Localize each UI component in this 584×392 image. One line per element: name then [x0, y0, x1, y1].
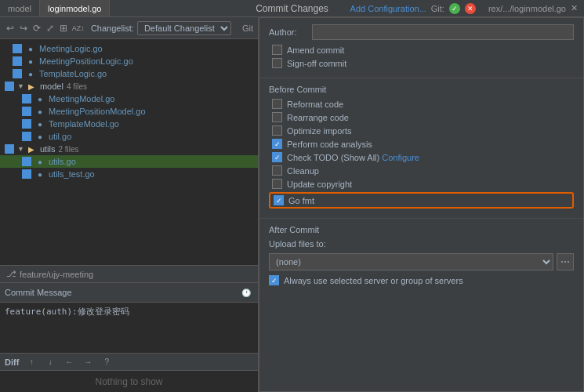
tab-model[interactable]: model: [0, 0, 40, 16]
diff-up-button[interactable]: ↑: [25, 356, 38, 368]
git-error-icon[interactable]: ✕: [465, 3, 476, 14]
list-item[interactable]: ● MeetingLogic.go: [0, 42, 258, 55]
configure-link[interactable]: Configure: [382, 153, 419, 162]
file-checkbox[interactable]: [13, 69, 22, 78]
upload-select[interactable]: (none): [269, 253, 553, 270]
update-copyright-checkbox[interactable]: [272, 179, 282, 189]
expand-icon: ▼: [17, 82, 24, 90]
folder-utils[interactable]: ▼ ▶ utils 2 files: [0, 143, 258, 155]
top-bar: model loginmodel.go Commit Changes Add C…: [0, 0, 584, 17]
add-configuration-link[interactable]: Add Configuration...: [350, 4, 426, 13]
file-checkbox[interactable]: [13, 44, 22, 53]
folder-icon: ▶: [26, 143, 37, 154]
diff-help-button[interactable]: ?: [100, 356, 113, 368]
top-tabs: model loginmodel.go: [0, 0, 110, 16]
before-commit-title: Before Commit: [269, 85, 574, 94]
author-input[interactable]: [312, 24, 574, 40]
check-todo-label: Check TODO (Show All): [287, 153, 382, 162]
folder-model[interactable]: ▼ ▶ model 4 files: [0, 80, 258, 93]
amend-checkbox[interactable]: [272, 45, 282, 55]
list-item[interactable]: ● TemplateLogic.go: [0, 67, 258, 80]
diff-left-button[interactable]: ←: [63, 356, 75, 368]
reformat-checkbox[interactable]: [272, 99, 282, 109]
go-file-icon: ●: [34, 93, 45, 104]
file-checkbox[interactable]: [22, 107, 31, 116]
file-checkbox[interactable]: [13, 56, 22, 66]
close-right-tab-icon[interactable]: ✕: [571, 3, 578, 13]
after-commit-title: After Commit: [269, 225, 574, 234]
file-label: MeetingPositionLogic.go: [39, 56, 133, 66]
cleanup-row: Cleanup: [269, 165, 574, 176]
refresh-button[interactable]: ⟳: [31, 21, 42, 35]
commit-section: Commit Message 🕐 feature(auth):修改登录密码: [0, 282, 258, 353]
list-item[interactable]: ● MeetingPositionLogic.go: [0, 55, 258, 67]
git-label: Git:: [431, 4, 444, 13]
main-layout: ↩ ↪ ⟳ ⤢ ⊞ AZ↕ Changelist: Default Change…: [0, 17, 584, 392]
diff-down-button[interactable]: ↓: [44, 356, 56, 368]
file-label: TemplateLogic.go: [39, 69, 107, 78]
go-file-icon: ●: [34, 118, 45, 129]
file-label: MeetingModel.go: [49, 94, 114, 103]
folder-label: model: [40, 82, 63, 91]
cleanup-label: Cleanup: [287, 166, 319, 176]
go-file-icon: ●: [25, 43, 36, 54]
file-checkbox[interactable]: [22, 169, 31, 179]
diff-header: Diff ↑ ↓ ← → ?: [0, 354, 258, 371]
check-todo-checkbox[interactable]: ✓: [272, 152, 282, 162]
changelist-select[interactable]: Default Changelist: [137, 21, 231, 35]
diff-title: Diff: [5, 358, 19, 367]
author-row: Author:: [269, 24, 574, 40]
folder-checkbox[interactable]: [5, 82, 14, 91]
file-checkbox[interactable]: [22, 132, 31, 141]
always-row: ✓ Always use selected server or group of…: [269, 275, 574, 285]
go-fmt-checkbox[interactable]: ✓: [274, 195, 284, 205]
file-checkbox[interactable]: [22, 119, 31, 129]
go-file-icon: ●: [25, 68, 36, 79]
list-item[interactable]: ● TemplateModel.go: [0, 118, 258, 130]
upload-row: Upload files to:: [269, 239, 574, 249]
always-label: Always use selected server or group of s…: [284, 276, 463, 285]
file-checkbox[interactable]: [22, 157, 31, 166]
expand-button[interactable]: ⤢: [45, 21, 56, 35]
go-file-icon: ●: [25, 56, 36, 67]
file-label: util.go: [49, 132, 71, 141]
rearrange-checkbox[interactable]: [272, 112, 282, 122]
list-item[interactable]: ● utils.go: [0, 155, 258, 168]
file-tree: ● MeetingLogic.go ● MeetingPositionLogic…: [0, 39, 258, 265]
update-copyright-label: Update copyright: [287, 180, 352, 189]
list-item[interactable]: ● utils_test.go: [0, 168, 258, 180]
group-button[interactable]: ⊞: [59, 21, 69, 35]
right-tab-label[interactable]: rex/.../loginmodel.go: [488, 4, 566, 13]
branch-label: feature/ujy-meeting: [20, 270, 93, 279]
list-item[interactable]: ● MeetingPositionModel.go: [0, 105, 258, 118]
list-item[interactable]: ● MeetingModel.go: [0, 93, 258, 105]
folder-label: utils: [40, 144, 56, 154]
signoff-checkbox[interactable]: [272, 58, 282, 68]
file-label: MeetingPositionModel.go: [49, 107, 146, 116]
rearrange-label: Rearrange code: [287, 113, 349, 122]
always-checkbox[interactable]: ✓: [269, 275, 279, 285]
tab-loginmodel[interactable]: loginmodel.go: [40, 0, 111, 16]
redo-button[interactable]: ↪: [18, 21, 28, 35]
sort-button[interactable]: AZ↕: [72, 21, 85, 35]
list-item[interactable]: ● util.go: [0, 130, 258, 143]
cleanup-checkbox[interactable]: [272, 165, 282, 176]
commit-message-textarea[interactable]: feature(auth):修改登录密码: [0, 303, 258, 346]
git-check-icon[interactable]: ✓: [449, 3, 460, 14]
file-checkbox[interactable]: [22, 94, 31, 103]
right-panel: loginmodel.go unified viewer ▶▶ 1 differ…: [259, 17, 584, 392]
diff-right-button[interactable]: →: [82, 356, 94, 368]
folder-checkbox[interactable]: [5, 144, 14, 154]
reformat-label: Reformat code: [287, 100, 343, 109]
undo-button[interactable]: ↩: [5, 21, 15, 35]
commit-clock-icon[interactable]: 🕐: [239, 285, 253, 299]
perform-checkbox[interactable]: ✓: [272, 139, 282, 149]
optimize-checkbox[interactable]: [272, 125, 282, 136]
folder-icon: ▶: [26, 81, 37, 92]
git-tab[interactable]: Git: [242, 24, 253, 33]
perform-row: ✓ Perform code analysis: [269, 139, 574, 149]
update-copyright-row: Update copyright: [269, 179, 574, 189]
upload-more-button[interactable]: ⋯: [557, 253, 574, 270]
go-file-icon: ●: [34, 131, 45, 142]
upload-label: Upload files to:: [269, 239, 326, 249]
